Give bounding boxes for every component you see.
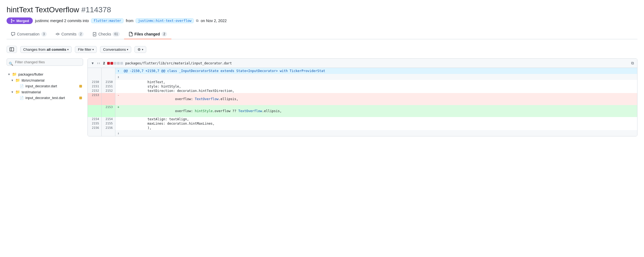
line-num-left-2154: 2154: [88, 117, 101, 121]
diff-expand-row-top[interactable]: ↕: [88, 74, 637, 80]
diff-sign-2153-added: +: [115, 105, 122, 117]
tab-commits-label: Commits: [62, 32, 77, 36]
tree-item-packages-flutter[interactable]: ▼ 📁 packages/flutter: [7, 71, 83, 77]
tabs-bar: Conversation 3 Commits 2 Checks 61 Files…: [7, 29, 637, 39]
tree-item-input-decorator-test-dart[interactable]: 📄 input_decorator_test.dart: [7, 95, 83, 101]
tab-checks-label: Checks: [98, 32, 111, 36]
settings-btn[interactable]: ⚙ ▾: [134, 46, 146, 53]
conversation-icon: [11, 32, 15, 36]
expand-num-right: [101, 74, 115, 80]
diff-toolbar: Changes from all commits ▾ File filter ▾…: [7, 44, 637, 55]
hunk-expand-up-icon[interactable]: ↑: [115, 68, 122, 74]
tab-conversation-badge: 3: [41, 32, 47, 37]
source-branch[interactable]: justinmc:hint-text-overflow: [136, 18, 194, 23]
file-filter-wrap: 🔍: [7, 58, 83, 68]
file-filter-btn[interactable]: File filter ▾: [75, 46, 97, 53]
tree-item-test-material[interactable]: ▼ 📁 test/material: [7, 89, 83, 95]
code-removed-prefix: overflow:: [151, 97, 195, 101]
tab-commits-badge: 2: [78, 32, 84, 37]
diff-block-neutral-2: [117, 62, 120, 65]
main-content: 🔍 ▼ 📁 packages/flutter ▼ 📁 lib/src/mater…: [7, 58, 637, 136]
commits-icon: [55, 32, 60, 36]
file-filter-label: File filter: [78, 47, 91, 52]
diff-line-2150: 2150 2150 hintText,: [88, 80, 637, 84]
code-added-suffix: .ellipsis,: [262, 109, 282, 113]
line-num-left-2151: 2151: [88, 84, 101, 89]
file-filter-chevron-icon: ▾: [92, 48, 94, 51]
diff-sign-2150: [115, 80, 122, 84]
tree-item-lib-src-material[interactable]: ▼ 📁 lib/src/material: [7, 77, 83, 83]
diff-collapse-btn[interactable]: ▼: [91, 61, 94, 65]
diff-line-2155: 2155 2155 maxLines: decoration.hintMaxLi…: [88, 121, 637, 126]
diff-code-2152: textDirection: decoration.hintTextDirect…: [122, 89, 637, 93]
diff-line-2151: 2151 2151 style: hintStyle,: [88, 84, 637, 89]
file-tree: 🔍 ▼ 📁 packages/flutter ▼ 📁 lib/src/mater…: [7, 58, 83, 101]
code-added-textoverflow: TextOverflow: [238, 109, 262, 113]
diff-code-2151: style: hintStyle,: [122, 84, 637, 89]
line-num-right-2155: 2155: [101, 121, 115, 126]
diff-code-2153-added: overflow: hintStyle.overflow ?? TextOver…: [122, 105, 637, 117]
diff-code-2154: textAlign: textAlign,: [122, 117, 637, 121]
changes-from-btn[interactable]: Changes from all commits ▾: [20, 46, 72, 53]
merge-icon: [10, 19, 15, 23]
filter-search-icon: 🔍: [9, 61, 13, 65]
copy-branch-icon[interactable]: ⧉: [196, 19, 198, 23]
pr-number: #114378: [81, 5, 111, 14]
diff-hunk-header-row: ↑ @@ -2150,7 +2150,7 @@ class _InputDeco…: [88, 68, 637, 74]
line-num-right-2150: 2150: [101, 80, 115, 84]
hunk-header-text: @@ -2150,7 +2150,7 @@ class _InputDecora…: [122, 68, 637, 74]
file-modified-dot-input-decorator-test: [79, 97, 82, 99]
settings-icon: ⚙: [137, 47, 141, 52]
tab-checks[interactable]: Checks 61: [88, 29, 124, 39]
tab-files-changed-label: Files changed: [134, 32, 160, 36]
code-added-middle: .overflow ??: [213, 109, 238, 113]
diff-file-path[interactable]: packages/flutter/lib/src/material/input_…: [125, 61, 232, 65]
tree-item-input-decorator-dart[interactable]: 📄 input_decorator.dart: [7, 83, 83, 89]
line-num-left-2150: 2150: [88, 80, 101, 84]
diff-line-2154: 2154 2154 textAlign: textAlign,: [88, 117, 637, 121]
line-num-left-2152: 2152: [88, 89, 101, 93]
pr-date: on Nov 2, 2022: [201, 19, 227, 23]
tree-label-input-decorator-dart: input_decorator.dart: [25, 84, 57, 88]
tree-label-test-material: test/material: [22, 90, 41, 94]
tab-files-changed-badge: 2: [162, 32, 167, 37]
folder-icon-packages-flutter: 📁: [12, 72, 17, 76]
diff-code-table: ↑ @@ -2150,7 +2150,7 @@ class _InputDeco…: [88, 68, 637, 136]
tab-conversation-label: Conversation: [17, 32, 40, 36]
line-num-right-2154: 2154: [101, 117, 115, 121]
diff-area: ▼ 2 packages/flutter/lib/src/material/in…: [87, 58, 637, 136]
code-added-hintstyle: hintStyle: [195, 109, 213, 113]
file-filter-input[interactable]: [7, 58, 83, 66]
expand-icon-bottom[interactable]: ↓: [115, 130, 122, 136]
pr-title-text: hintText TextOverflow: [7, 5, 79, 14]
line-num-left-2155: 2155: [88, 121, 101, 126]
pr-title: hintText TextOverflow #114378: [7, 5, 637, 14]
line-num-left-2153-added: [88, 105, 101, 117]
file-modified-dot-input-decorator: [79, 85, 82, 88]
conversations-btn[interactable]: Conversations ▾: [100, 46, 131, 53]
expand-area-bottom: [122, 130, 637, 136]
tab-conversation[interactable]: Conversation 3: [7, 29, 51, 39]
all-commits-label: all commits: [47, 47, 66, 52]
diff-copy-path-btn[interactable]: ⧉: [631, 61, 634, 65]
file-icon-input-decorator: 📄: [20, 84, 24, 88]
diff-stat-blocks: [107, 62, 123, 65]
conversations-label: Conversations: [103, 47, 126, 52]
tab-files-changed[interactable]: Files changed 2: [124, 29, 171, 39]
expand-icon-top[interactable]: ↕: [115, 74, 122, 80]
line-num-right-2151: 2151: [101, 84, 115, 89]
diff-sign-2154: [115, 117, 122, 121]
line-num-right-2156: 2156: [101, 126, 115, 130]
target-branch[interactable]: flutter:master: [91, 18, 124, 23]
diff-expand-row-bottom[interactable]: ↓: [88, 130, 637, 136]
sidebar-toggle-btn[interactable]: [7, 46, 17, 53]
checks-icon: [92, 32, 97, 36]
diff-sign-2156: [115, 126, 122, 130]
diff-line-2156: 2156 2156 ),: [88, 126, 637, 130]
line-num-left-2156: 2156: [88, 126, 101, 130]
expand-num-left: [88, 74, 101, 80]
diff-line-2153-removed: 2153 - overflow: TextOverflow.ellipsis,: [88, 93, 637, 105]
diff-code-2150: hintText,: [122, 80, 637, 84]
tab-commits[interactable]: Commits 2: [51, 29, 88, 39]
diff-code-2153-removed: overflow: TextOverflow.ellipsis,: [122, 93, 637, 105]
